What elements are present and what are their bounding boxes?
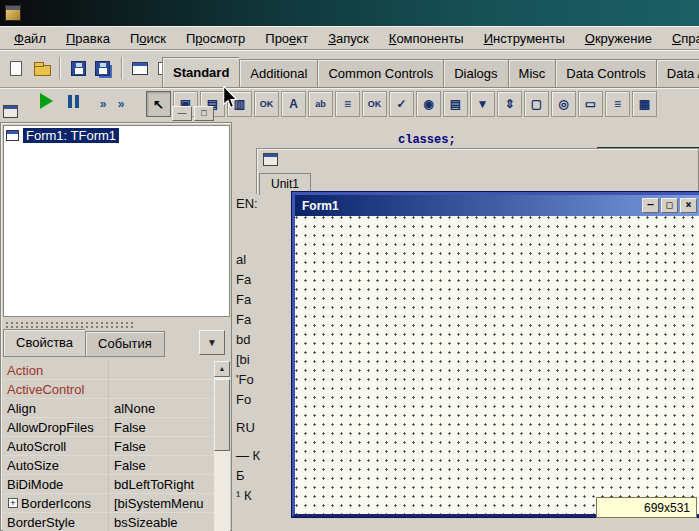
property-row[interactable]: BorderStyle bsSizeable	[3, 513, 214, 531]
tab-data-access[interactable]: Data Access	[656, 59, 699, 88]
text-fragment: — К	[236, 448, 260, 463]
tab-common-controls[interactable]: Common Controls	[317, 59, 443, 88]
property-name: Action	[3, 361, 109, 379]
splitter-handle[interactable]	[5, 321, 133, 329]
step-over-button[interactable]: »	[112, 95, 130, 113]
text-fragment: Б	[236, 468, 245, 483]
tree-item-form1[interactable]: Form1: TForm1	[4, 126, 229, 145]
tree-item-label: Form1: TForm1	[23, 128, 119, 143]
new-form-icon	[132, 62, 148, 75]
component-checkbox-button[interactable]: ✓	[389, 91, 414, 117]
component-radiogroup-button[interactable]: ◎	[551, 91, 576, 117]
component-stringgrid-button[interactable]: ▦	[632, 91, 657, 117]
minimize-button[interactable]: —	[642, 198, 659, 213]
menu-item-file[interactable]: Файл	[4, 29, 56, 48]
property-row[interactable]: Action	[3, 361, 214, 380]
window-buttons: — □ ×	[642, 198, 697, 213]
inspector-scrollbar[interactable]: ▲	[214, 361, 230, 531]
component-button-button[interactable]: OK	[254, 91, 279, 117]
menu-item-run[interactable]: Запуск	[318, 29, 379, 48]
form-icon	[6, 130, 19, 141]
property-name: Align	[3, 399, 109, 417]
save-all-button[interactable]	[92, 56, 116, 80]
code-fragment: classes;	[398, 133, 456, 147]
menu-item-tools[interactable]: Инструменты	[474, 29, 575, 48]
form-title: Form1	[302, 199, 339, 213]
menu-item-search[interactable]: Поиск	[120, 29, 176, 48]
run-button[interactable]	[40, 93, 53, 109]
scrollbar-thumb[interactable]	[214, 379, 230, 451]
inspector-restore-button[interactable]: □	[194, 106, 214, 121]
form-design-surface[interactable]	[295, 216, 699, 514]
component-radiobutton-button[interactable]: ◉	[416, 91, 441, 117]
inspector-tabs: Свойства События	[3, 329, 165, 357]
tab-standard[interactable]: Standard	[162, 57, 239, 88]
scroll-up-button[interactable]: ▲	[214, 361, 230, 377]
open-button[interactable]	[30, 56, 54, 80]
property-row[interactable]: ActiveControl	[3, 380, 214, 399]
property-row[interactable]: Align alNone	[3, 399, 214, 418]
tab-dialogs[interactable]: Dialogs	[443, 59, 507, 88]
pause-button[interactable]	[68, 95, 79, 108]
tab-dropdown-button[interactable]: ▼	[199, 330, 225, 355]
save-button[interactable]	[66, 56, 90, 80]
save-all-icon	[95, 61, 110, 76]
run-icon	[40, 93, 53, 109]
text-fragment: EN:	[236, 196, 258, 211]
menu-item-components[interactable]: Компоненты	[379, 29, 474, 48]
property-value[interactable]: alNone	[109, 401, 155, 416]
expand-toggle[interactable]: +	[8, 498, 18, 508]
close-button[interactable]: ×	[680, 198, 697, 213]
tab-data-controls[interactable]: Data Controls	[555, 59, 655, 88]
property-row[interactable]: BiDiMode bdLeftToRight	[3, 475, 214, 494]
tab-properties[interactable]: Свойства	[3, 329, 85, 357]
divider	[121, 57, 123, 79]
maximize-button[interactable]: □	[661, 198, 678, 213]
property-row[interactable]: AutoScroll False	[3, 437, 214, 456]
property-value[interactable]: [biSystemMenu	[109, 496, 204, 511]
component-selector-arrow-button[interactable]: ↖	[146, 91, 171, 117]
property-value[interactable]: bsSizeable	[109, 515, 178, 530]
component-label-button[interactable]: A	[281, 91, 306, 117]
component-palette-tabs: Standard Additional Common Controls Dial…	[162, 57, 699, 88]
component-edit-button[interactable]: ab	[308, 91, 333, 117]
menu-item-help[interactable]: Справка	[662, 29, 699, 48]
step-into-icon: »	[100, 97, 107, 111]
component-listbox-button[interactable]: ▤	[443, 91, 468, 117]
step-into-button[interactable]: »	[94, 95, 112, 113]
property-row[interactable]: +BorderIcons [biSystemMenu	[3, 494, 214, 513]
menu-item-edit[interactable]: Правка	[56, 29, 120, 48]
tab-misc[interactable]: Misc	[508, 59, 556, 88]
text-fragment: Fa	[236, 292, 251, 307]
property-row[interactable]: AutoSize False	[3, 456, 214, 475]
menu-item-project[interactable]: Проект	[255, 29, 318, 48]
inspector-minimize-button[interactable]: —	[172, 106, 192, 121]
text-fragment: Fo	[236, 392, 251, 407]
component-panel-button[interactable]: ▭	[578, 91, 603, 117]
property-value[interactable]: False	[109, 458, 146, 473]
tab-events[interactable]: События	[85, 331, 165, 357]
new-unit-button[interactable]	[4, 56, 28, 80]
menu-item-environment[interactable]: Окружение	[575, 29, 662, 48]
form-title-bar[interactable]: Form1 — □ ×	[295, 195, 699, 216]
menu-bar: Файл Правка Поиск Просмотр Проект Запуск…	[0, 26, 699, 50]
component-scrollbar-button[interactable]: ⇕	[497, 91, 522, 117]
menu-item-view[interactable]: Просмотр	[176, 29, 255, 48]
new-file-icon	[10, 61, 22, 76]
tab-additional[interactable]: Additional	[239, 59, 317, 88]
property-value[interactable]: bdLeftToRight	[109, 477, 194, 492]
component-actionlist-button[interactable]: ≡	[605, 91, 630, 117]
new-form-button[interactable]	[128, 56, 152, 80]
property-row[interactable]: AllowDropFiles False	[3, 418, 214, 437]
text-fragment: Fa	[236, 272, 251, 287]
component-groupbox-button[interactable]: ▢	[524, 91, 549, 117]
step-over-icon: »	[118, 97, 125, 111]
object-inspector-icon	[3, 105, 18, 118]
component-bitbtn-button[interactable]: OK	[362, 91, 387, 117]
property-value[interactable]: False	[109, 439, 146, 454]
property-name: BorderStyle	[3, 513, 109, 531]
property-value[interactable]: False	[109, 420, 146, 435]
component-memo-button[interactable]: ≡	[335, 91, 360, 117]
component-combobox-button[interactable]: ▼	[470, 91, 495, 117]
property-grid: Action ActiveControl Align alNone AllowD…	[3, 361, 214, 531]
